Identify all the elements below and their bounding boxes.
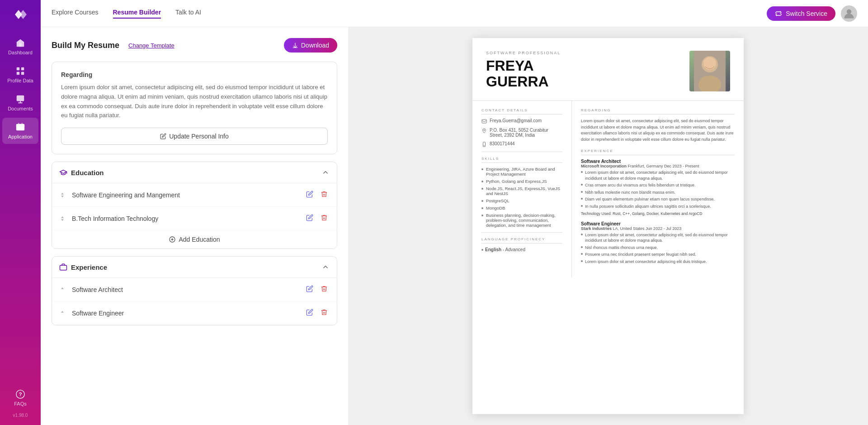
svg-point-16 [484,129,485,131]
experience-item-1-label: Software Architect [72,286,300,293]
lang-dot-1 [481,249,483,251]
resume-exp-item-1: Software Architect Microsoft Incorporati… [581,159,735,216]
resume-skill-4: PostgreSQL [481,198,562,203]
resume-name: FREYA GUERRA [486,58,689,90]
skill-dot-2 [481,181,483,182]
education-item-2-edit-button[interactable] [304,212,315,224]
add-education-button[interactable]: Add Education [52,230,337,248]
add-education-label: Add Education [179,236,220,243]
education-section-header[interactable]: Education [52,162,337,183]
resume-regarding-title: REGARDING [581,108,735,115]
experience-item-2-delete-button[interactable] [319,307,330,319]
user-avatar[interactable] [841,5,857,22]
experience-item-2-reorder[interactable] [59,310,66,316]
education-item-2-delete-button[interactable] [319,212,330,224]
sidebar-faqs[interactable]: ? FAQs [10,386,31,410]
resume-exp-company-2: Stark Industries LA, United States Jun 2… [581,226,735,231]
resume-contact-title: CONTACT DETAILS [481,108,562,115]
experience-item-2-actions [304,307,330,319]
svg-rect-5 [16,124,24,131]
education-item-1-edit-button[interactable] [304,189,315,201]
sidebar: Dashboard Profile Data Documents Applica… [0,0,41,425]
change-template-link[interactable]: Change Template [128,42,175,49]
resume-language-title: LANGUAGE PROFICINECY [481,237,562,244]
exp-1-bullet-1: Lorem ipsum dolor sit amet, consectetur … [581,170,735,181]
sidebar-item-application-label: Application [8,134,33,139]
experience-item-1-delete-button[interactable] [319,283,330,296]
download-label: Download [301,42,329,49]
exp-1-bullet-2: Cras ornare arcu dui vivamus arcu felis … [581,182,735,188]
sidebar-item-profile-data[interactable]: Profile Data [2,62,38,88]
experience-item-2-edit-button[interactable] [304,307,315,319]
sidebar-item-documents-label: Documents [8,106,33,111]
build-title: Build My Resume [52,41,119,50]
resume-skills-title: SKILLS [481,157,562,163]
svg-rect-1 [21,67,24,70]
sidebar-faqs-label: FAQs [14,401,27,406]
exp-1-tech: Technology Used: Rust, C++, Golang, Dock… [581,211,735,216]
resume-contact-section: CONTACT DETAILS Freya.Guerra@gmail.com P… [481,108,562,147]
resume-sheet: SOFTWARE PROFESSIONAL FREYA GUERRA [472,38,744,414]
experience-item-1: Software Architect [52,278,337,301]
resume-language-section: LANGUAGE PROFICINECY English - Advanced [481,237,562,252]
education-item-2-actions [304,212,330,224]
experience-section-card: Experience Software Architect [52,256,337,325]
download-button[interactable]: Download [284,38,337,53]
resume-body: CONTACT DETAILS Freya.Guerra@gmail.com P… [472,101,744,277]
skill-dot-4 [481,200,483,202]
regarding-text: Lorem ipsum dolor sit amet, consectetur … [61,83,328,120]
resume-exp-company-1: Microsoft Incorporation Frankfurt, Germa… [581,164,735,168]
nav-explore-courses[interactable]: Explore Courses [52,9,99,19]
education-item-1-actions [304,189,330,201]
resume-skill-3: Node.JS, React.JS, ExpressJS, VueJS and … [481,186,562,196]
exp-1-bullet-3: Nibh tellus molestie nunc non blandit ma… [581,190,735,196]
education-item-1-label: Software Engineering and Mangement [72,191,300,199]
education-item-2: B.Tech Information Technology [52,207,337,230]
resume-contact-address: P.O. Box 431, 5052 Curabitur Street, 239… [481,128,562,138]
exp-2-bullet-2: Nisl rhoncus mattis rhoncus urna neque. [581,245,735,251]
resume-regarding-text: Lorem ipsum dolor sit amet, consectetur … [581,118,735,143]
education-item-1-delete-button[interactable] [319,189,330,201]
experience-item-2: Software Engineer [52,301,337,325]
svg-rect-3 [21,72,24,75]
experience-item-1-reorder[interactable] [59,287,66,293]
exp-2-bullet-3: Posuere urna nec tincidunt praesent semp… [581,252,735,258]
resume-skill-2: Python, Golang and Express.JS [481,179,562,184]
update-personal-button[interactable]: Update Personal Info [61,128,328,145]
sidebar-item-dashboard-label: Dashboard [8,50,33,55]
sidebar-item-application[interactable]: Application [2,118,38,144]
sidebar-item-dashboard[interactable]: Dashboard [2,33,38,60]
education-section-card: Education Software Engineering and Mange… [52,162,337,249]
svg-rect-0 [17,67,19,70]
sidebar-item-documents[interactable]: Documents [2,90,38,116]
build-header: Build My Resume Change Template Download [52,38,337,53]
education-item-2-reorder[interactable] [59,215,66,222]
resume-subtitle: SOFTWARE PROFESSIONAL [486,51,689,55]
main-content: Explore Courses Resume Builder Talk to A… [41,0,868,425]
resume-exp-item-2: Software Engineer Stark Industries LA, U… [581,221,735,265]
education-chevron-icon [321,168,330,177]
experience-item-2-label: Software Engineer [72,310,300,317]
resume-contact-email: Freya.Guerra@gmail.com [481,118,562,124]
resume-skills-section: SKILLS Engineering, JIRA, Azure Board an… [481,157,562,228]
resume-header: SOFTWARE PROFESSIONAL FREYA GUERRA [472,38,744,101]
experience-item-1-edit-button[interactable] [304,283,315,296]
experience-section-header[interactable]: Experience [52,257,337,278]
switch-service-label: Switch Service [786,10,827,17]
nav-resume-builder[interactable]: Resume Builder [113,9,161,19]
nav-talk-to-ai[interactable]: Talk to AI [175,9,201,19]
education-item-2-label: B.Tech Information Technology [72,215,300,222]
skill-dot-5 [481,207,483,209]
resume-regarding-section: REGARDING Lorem ipsum dolor sit amet, co… [581,108,735,143]
experience-chevron-icon [321,263,330,271]
resume-header-left: SOFTWARE PROFESSIONAL FREYA GUERRA [486,51,689,90]
exp-1-bullet-4: Diam vel quam elementum pulvinar etiam n… [581,196,735,202]
switch-service-button[interactable]: Switch Service [767,6,835,21]
resume-photo-placeholder [689,51,730,91]
update-personal-label: Update Personal Info [169,133,229,140]
resume-experience-section: EXPERIENCE Software Architect Microsoft … [581,149,735,265]
education-item-1-reorder[interactable] [59,192,66,198]
svg-rect-15 [482,119,486,123]
svg-point-8 [847,9,852,14]
resume-contact-phone: 8300171444 [481,141,562,147]
